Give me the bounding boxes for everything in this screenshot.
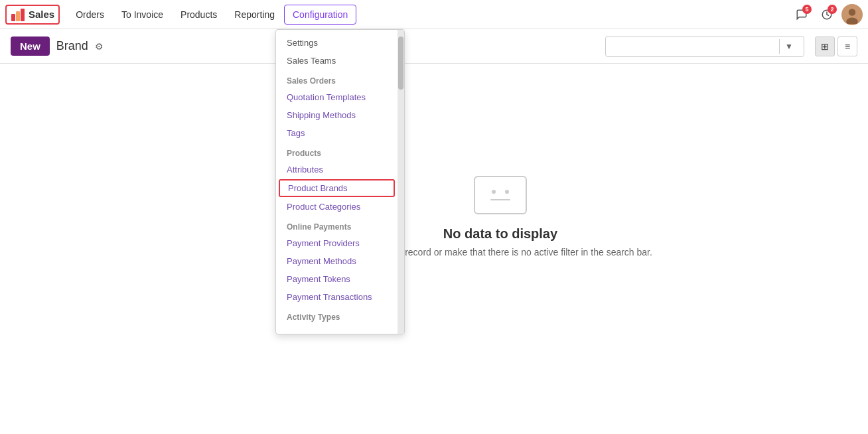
list-view-button[interactable]: ≡ xyxy=(837,36,857,56)
search-bar: ▼ xyxy=(605,36,804,57)
section-label-online-payments: Online Payments xyxy=(276,216,398,234)
dropdown-item-product-categories[interactable]: Product Categories xyxy=(276,198,398,216)
section-label-products: Products xyxy=(276,142,398,161)
user-avatar[interactable] xyxy=(841,4,863,25)
dropdown-item-shipping-methods[interactable]: Shipping Methods xyxy=(276,106,398,124)
subheader: New Brand ⚙ ▼ ⊞ ≡ xyxy=(0,29,868,64)
view-toggle: ⊞ ≡ xyxy=(815,36,857,56)
settings-gear-icon[interactable]: ⚙ xyxy=(95,41,104,52)
messages-button[interactable]: 5 xyxy=(791,4,812,25)
empty-icon-dot-1 xyxy=(492,190,496,194)
nav-item-orders[interactable]: Orders xyxy=(68,5,112,24)
nav-right: 5 2 xyxy=(791,4,863,25)
empty-icon-dot-2 xyxy=(505,190,509,194)
sales-logo-icon xyxy=(11,7,25,22)
nav-item-reporting[interactable]: Reporting xyxy=(226,5,283,24)
nav-item-products[interactable]: Products xyxy=(173,5,225,24)
dropdown-item-tags[interactable]: Tags xyxy=(276,124,398,142)
search-dropdown-arrow[interactable]: ▼ xyxy=(779,39,798,54)
timer-badge: 2 xyxy=(828,5,837,14)
empty-icon-line xyxy=(490,199,510,200)
empty-state-icon xyxy=(474,176,527,216)
scrollbar[interactable] xyxy=(398,30,404,329)
svg-point-5 xyxy=(849,9,856,16)
section-label-activity-types: Activity Types xyxy=(276,306,398,325)
timer-button[interactable]: 2 xyxy=(816,4,837,25)
dropdown-item-sales-teams[interactable]: Sales Teams xyxy=(276,52,398,70)
dropdown-item-payment-providers[interactable]: Payment Providers xyxy=(276,234,398,252)
app-name: Sales xyxy=(29,9,54,20)
main-content: No data to display Try to acdd a record … xyxy=(0,64,868,329)
configuration-dropdown: Settings Sales Teams Sales Orders Quotat… xyxy=(275,29,405,329)
section-label-sales-orders: Sales Orders xyxy=(276,70,398,88)
dropdown-item-settings[interactable]: Settings xyxy=(276,34,398,52)
new-button[interactable]: New xyxy=(11,36,50,56)
svg-rect-1 xyxy=(16,11,20,21)
top-navigation: Sales Orders To Invoice Products Reporti… xyxy=(0,0,868,29)
dropdown-item-attributes[interactable]: Attributes xyxy=(276,161,398,179)
dropdown-item-quotation-templates[interactable]: Quotation Templates xyxy=(276,88,398,106)
page-title: Brand xyxy=(56,39,88,53)
nav-item-to-invoice[interactable]: To Invoice xyxy=(113,5,171,24)
messages-badge: 5 xyxy=(802,5,812,14)
app-logo[interactable]: Sales xyxy=(5,5,60,25)
svg-rect-0 xyxy=(11,14,15,21)
dropdown-item-payment-tokens[interactable]: Payment Tokens xyxy=(276,270,398,288)
kanban-view-button[interactable]: ⊞ xyxy=(815,36,835,56)
dropdown-menu: Settings Sales Teams Sales Orders Quotat… xyxy=(275,29,405,329)
svg-rect-2 xyxy=(21,9,25,21)
scrollbar-thumb[interactable] xyxy=(398,36,403,90)
dropdown-item-payment-transactions[interactable]: Payment Transactions xyxy=(276,288,398,306)
avatar-image xyxy=(843,5,861,24)
nav-item-configuration[interactable]: Configuration xyxy=(284,5,356,25)
search-input[interactable] xyxy=(611,41,776,51)
dropdown-item-payment-methods[interactable]: Payment Methods xyxy=(276,252,398,270)
nav-items: Orders To Invoice Products Reporting Con… xyxy=(68,5,791,25)
dropdown-item-product-brands[interactable]: Product Brands xyxy=(279,179,395,197)
